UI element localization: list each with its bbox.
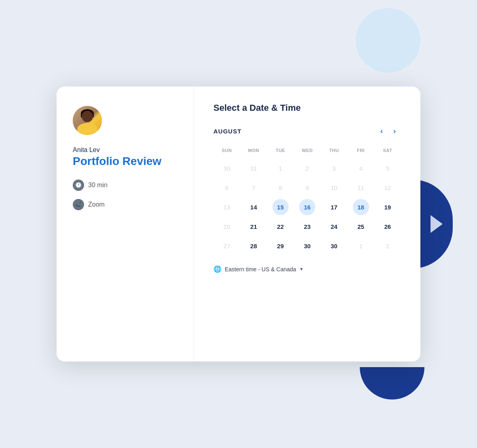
calendar-day-12: 12 <box>380 180 396 196</box>
calendar-day-prev-30: 30 <box>219 160 235 176</box>
meeting-type-row: 📹 Zoom <box>73 199 177 210</box>
calendar-day-24[interactable]: 24 <box>326 218 342 235</box>
calendar-day-11: 11 <box>353 180 369 196</box>
calendar-day-21[interactable]: 21 <box>245 218 262 235</box>
bg-shape-top <box>356 8 420 73</box>
calendar-grid: SUN MON TUE WED THU FRI SAT 30 31 1 2 3 … <box>213 146 401 256</box>
day-header-mon: MON <box>240 146 267 158</box>
prev-month-button[interactable]: ‹ <box>375 125 388 137</box>
calendar-day-sep-2: 2 <box>380 238 396 254</box>
avatar-person <box>73 106 102 135</box>
calendar-day-30b[interactable]: 30 <box>326 238 342 254</box>
host-info: Anita Lev Portfolio Review <box>73 146 177 171</box>
right-panel: Select a Date & Time AUGUST ‹ › SUN MON … <box>194 87 420 361</box>
calendar-day-28[interactable]: 28 <box>245 238 262 254</box>
calendar-day-15[interactable]: 15 <box>272 199 289 215</box>
calendar-day-25[interactable]: 25 <box>353 218 369 235</box>
calendar-day-22[interactable]: 22 <box>272 218 289 235</box>
calendar-day-20: 20 <box>219 218 235 235</box>
calendar-day-17[interactable]: 17 <box>326 199 342 215</box>
calendar-day-3: 3 <box>326 160 342 176</box>
calendar-day-30[interactable]: 30 <box>299 238 315 254</box>
calendar-day-7: 7 <box>245 180 262 196</box>
left-panel: Anita Lev Portfolio Review 🕐 30 min 📹 Zo… <box>57 87 194 361</box>
calendar-day-29[interactable]: 29 <box>272 238 289 254</box>
avatar <box>73 106 102 135</box>
avatar-image <box>73 106 102 135</box>
avatar-head <box>82 111 93 122</box>
calendar-day-23[interactable]: 23 <box>299 218 315 235</box>
bg-shape-arrow <box>431 215 443 233</box>
calendar-day-sep-1: 1 <box>353 238 369 254</box>
day-header-sun: SUN <box>213 146 240 158</box>
calendar-day-18[interactable]: 18 <box>353 199 369 215</box>
calendar-day-2: 2 <box>299 160 315 176</box>
timezone-dropdown-arrow: ▼ <box>300 267 304 271</box>
globe-icon: 🌐 <box>213 265 222 273</box>
calendar-day-19[interactable]: 19 <box>380 199 396 215</box>
day-header-wed: WED <box>294 146 321 158</box>
calendar-day-9: 9 <box>299 180 315 196</box>
clock-icon: 🕐 <box>73 180 84 191</box>
host-name: Anita Lev <box>73 146 177 154</box>
calendar-day-8: 8 <box>272 180 289 196</box>
timezone-selector[interactable]: 🌐 Eastern time - US & Canada ▼ <box>213 265 401 273</box>
event-title: Portfolio Review <box>73 154 177 168</box>
avatar-body <box>77 123 97 135</box>
calendar-day-27: 27 <box>219 238 235 254</box>
calendar-day-4: 4 <box>353 160 369 176</box>
calendar-day-10: 10 <box>326 180 342 196</box>
calendar-day-16[interactable]: 16 <box>299 199 315 215</box>
scheduling-card: Anita Lev Portfolio Review 🕐 30 min 📹 Zo… <box>57 87 420 361</box>
month-label: AUGUST <box>213 128 375 135</box>
calendar-day-26[interactable]: 26 <box>380 218 396 235</box>
calendar-header: AUGUST ‹ › <box>213 125 401 137</box>
section-title: Select a Date & Time <box>213 103 401 113</box>
timezone-label: Eastern time - US & Canada <box>225 266 296 273</box>
calendar-day-5: 5 <box>380 160 396 176</box>
calendar-day-13: 13 <box>219 199 235 215</box>
meeting-type-label: Zoom <box>88 201 105 208</box>
bg-shape-bottom <box>360 367 424 399</box>
calendar-day-prev-31: 31 <box>245 160 262 176</box>
day-header-thu: THU <box>321 146 347 158</box>
next-month-button[interactable]: › <box>388 125 401 137</box>
duration-label: 30 min <box>88 182 108 189</box>
day-header-sat: SAT <box>374 146 401 158</box>
video-icon: 📹 <box>73 199 84 210</box>
day-header-tue: TUE <box>267 146 294 158</box>
duration-row: 🕐 30 min <box>73 180 177 191</box>
day-header-fri: FRI <box>347 146 374 158</box>
calendar-day-6: 6 <box>219 180 235 196</box>
calendar-day-14[interactable]: 14 <box>245 199 262 215</box>
calendar-day-1: 1 <box>272 160 289 176</box>
